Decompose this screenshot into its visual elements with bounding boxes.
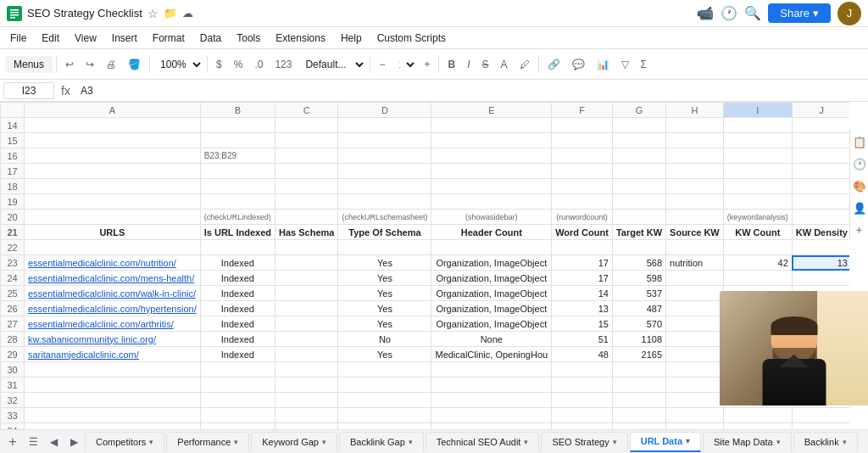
formula-bar: fx	[0, 80, 868, 102]
tab-performance-arrow: ▾	[234, 438, 238, 446]
meet-icon[interactable]: 📹	[697, 5, 714, 21]
col-header-i[interactable]: I	[723, 103, 792, 118]
col-header-b[interactable]: B	[200, 103, 275, 118]
row-num-15: 15	[1, 133, 25, 148]
menu-format[interactable]: Format	[146, 31, 192, 46]
tab-backlink-gap-arrow: ▾	[409, 438, 413, 446]
tab-url-data-arrow: ▾	[686, 437, 690, 445]
divider-5	[438, 56, 439, 73]
table-row: 33	[1, 408, 850, 423]
tab-backlink-gap[interactable]: Backlink Gap ▾	[339, 432, 424, 452]
menu-extensions[interactable]: Extensions	[269, 31, 332, 46]
tab-keyword-gap[interactable]: Keyword Gap ▾	[251, 432, 337, 452]
italic-button[interactable]: I	[462, 57, 475, 72]
corner-cell	[1, 103, 25, 118]
menu-tools[interactable]: Tools	[230, 31, 267, 46]
table-row: 22	[1, 240, 850, 255]
row-num-14: 14	[1, 118, 25, 133]
table-row: 34	[1, 423, 850, 430]
user-actions: 📹 🕐 🔍 Share ▾ J	[697, 2, 861, 25]
sheet-right-button[interactable]: ▶	[64, 433, 83, 451]
sidebar-user-icon[interactable]: 👤	[850, 199, 869, 217]
percent-button[interactable]: %	[229, 57, 248, 72]
link-button[interactable]: 🔗	[542, 57, 565, 72]
bold-button[interactable]: B	[442, 57, 460, 72]
tab-backlink[interactable]: Backlink ▾	[793, 432, 858, 452]
menu-view[interactable]: View	[68, 31, 103, 46]
history-icon[interactable]: 🕐	[721, 5, 737, 21]
tab-competitors[interactable]: Competitors ▾	[85, 432, 164, 452]
tab-url-data[interactable]: URL Data ▾	[630, 432, 701, 452]
font-increase-button[interactable]: +	[419, 57, 435, 72]
cloud-icon[interactable]: ☁	[182, 7, 193, 20]
currency-button[interactable]: $	[211, 57, 227, 72]
col-header-j[interactable]: J	[792, 103, 849, 118]
table-row: 15	[1, 133, 850, 148]
divider-1	[56, 56, 57, 73]
menu-custom-scripts[interactable]: Custom Scripts	[370, 31, 453, 46]
paint-format-button[interactable]: 🪣	[123, 57, 146, 72]
share-button[interactable]: Share ▾	[768, 3, 831, 23]
col-header-h[interactable]: H	[666, 103, 724, 118]
search-icon[interactable]: 🔍	[744, 5, 761, 21]
formula-input[interactable]	[77, 83, 865, 98]
sheet-menu-button[interactable]: ☰	[24, 433, 42, 451]
comment-button[interactable]: 💬	[567, 57, 590, 72]
column-header-row: A B C D E F G H I J	[1, 103, 850, 118]
menu-file[interactable]: File	[3, 31, 33, 46]
avatar: J	[837, 2, 861, 25]
sheet-tab-bar: + ☰ ◀ ▶ Competitors ▾ Performance ▾ Keyw…	[0, 429, 868, 453]
menu-edit[interactable]: Edit	[35, 31, 66, 46]
menu-data[interactable]: Data	[193, 31, 228, 46]
divider-2	[149, 56, 150, 73]
folder-icon[interactable]: 📁	[164, 7, 177, 20]
print-button[interactable]: 🖨	[101, 57, 121, 72]
tab-seo-strategy[interactable]: SEO Strategy ▾	[541, 432, 627, 452]
col-header-e[interactable]: E	[431, 103, 552, 118]
col-header-g[interactable]: G	[612, 103, 665, 118]
font-size-select[interactable]: 10	[392, 56, 417, 73]
svg-rect-1	[10, 9, 19, 11]
tab-performance[interactable]: Performance ▾	[166, 432, 249, 452]
data-row-24: 24 essentialmedicalclinic.com/mens-healt…	[1, 271, 850, 286]
sidebar-clock-icon[interactable]: 🕐	[850, 154, 869, 173]
divider-3	[207, 56, 208, 73]
filter-button[interactable]: ▽	[616, 57, 634, 72]
tab-keyword-gap-arrow: ▾	[322, 438, 326, 446]
add-sheet-button[interactable]: +	[3, 433, 22, 451]
col-header-f[interactable]: F	[552, 103, 613, 118]
tab-site-map-data[interactable]: Site Map Data ▾	[703, 432, 792, 452]
redo-button[interactable]: ↪	[81, 57, 99, 72]
cell-reference-input[interactable]	[3, 82, 54, 99]
function-icon[interactable]: fx	[58, 84, 74, 98]
text-color-button[interactable]: A	[496, 57, 513, 72]
highlight-button[interactable]: 🖊	[515, 57, 535, 72]
number-format-button[interactable]: 123	[270, 57, 297, 72]
menu-insert[interactable]: Insert	[105, 31, 144, 46]
sheet-left-button[interactable]: ◀	[44, 433, 63, 451]
star-icon[interactable]: ☆	[147, 7, 159, 20]
function-button[interactable]: Σ	[636, 57, 652, 72]
sidebar-palette-icon[interactable]: 🎨	[850, 176, 869, 195]
table-row: 17	[1, 164, 850, 179]
decimal-button[interactable]: .0	[249, 57, 268, 72]
table-row: 14	[1, 118, 850, 133]
zoom-select[interactable]: 100%	[153, 56, 203, 73]
col-header-a[interactable]: A	[25, 103, 201, 118]
svg-rect-2	[10, 12, 19, 14]
menus-button[interactable]: Menus	[5, 56, 53, 73]
font-select[interactable]: Default...	[298, 56, 366, 73]
undo-button[interactable]: ↩	[60, 57, 79, 72]
col-header-d[interactable]: D	[338, 103, 431, 118]
sidebar-plus-icon[interactable]: ＋	[850, 221, 869, 239]
font-decrease-button[interactable]: −	[374, 57, 390, 72]
strikethrough-button[interactable]: S	[476, 57, 493, 72]
menu-help[interactable]: Help	[334, 31, 369, 46]
column-label-row: 21 URLS Is URL Indexed Has Schema Type O…	[1, 225, 850, 240]
sidebar-sheets-icon[interactable]: 📋	[850, 132, 869, 151]
chart-button[interactable]: 📊	[592, 57, 615, 72]
col-header-c[interactable]: C	[275, 103, 337, 118]
webcam-overlay	[720, 291, 868, 405]
chevron-down-icon: ▾	[813, 7, 819, 20]
tab-technical-seo[interactable]: Technical SEO Audit ▾	[426, 432, 540, 452]
